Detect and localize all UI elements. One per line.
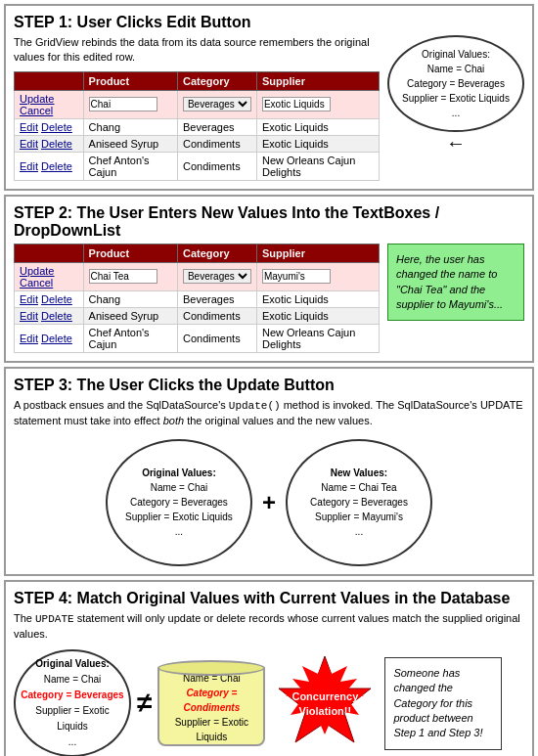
supplier-cell: Exotic Liquids: [256, 290, 379, 307]
col-header-product: [15, 71, 84, 90]
edit-actions: Update Cancel: [15, 90, 84, 118]
edit-link[interactable]: Edit: [20, 160, 38, 172]
row-actions: Edit Delete: [15, 152, 84, 180]
supplier-input[interactable]: [262, 269, 331, 284]
step4-section: STEP 4: Match Original Values with Curre…: [4, 580, 534, 756]
supplier-input-cell: [256, 262, 379, 290]
table-row: Edit Delete Chang Beverages Exotic Liqui…: [15, 118, 380, 135]
col-header-supplier: Supplier: [256, 71, 379, 90]
step3-diagram: Original Values: Name = Chai Category = …: [14, 439, 524, 566]
col-header-category: Category: [177, 244, 256, 262]
product-cell: Aniseed Syrup: [83, 307, 177, 324]
step1-bubble: Original Values: Name = Chai Category = …: [387, 35, 524, 155]
plus-icon: +: [262, 489, 276, 516]
original-values-text: Original Values: Name = Chai Category = …: [125, 466, 233, 539]
row-actions: Edit Delete: [15, 324, 84, 352]
step4-diagram: Original Values: Name = Chai Category = …: [14, 649, 524, 756]
step4-original-oval: Original Values: Name = Chai Category = …: [14, 649, 131, 756]
edit-link[interactable]: Edit: [20, 138, 38, 150]
edit-link[interactable]: Edit: [20, 310, 38, 322]
category-select[interactable]: Beverages: [183, 97, 251, 111]
product-input-cell: [83, 90, 177, 118]
table-row: Edit Delete Chef Anton's Cajun Condiment…: [15, 324, 380, 352]
category-cell: Condiments: [177, 307, 256, 324]
cancel-link[interactable]: Cancel: [20, 105, 53, 116]
step2-section: STEP 2: The User Enters New Values Into …: [4, 195, 534, 363]
category-cell: Condiments: [177, 135, 256, 152]
row-actions: Edit Delete: [15, 118, 84, 135]
supplier-cell: New Orleans Cajun Delights: [256, 324, 379, 352]
col-header-category: Category: [177, 71, 256, 90]
supplier-cell: Exotic Liquids: [256, 135, 379, 152]
product-cell: Chang: [83, 118, 177, 135]
original-values-circle: Original Values: Name = Chai Category = …: [106, 439, 252, 566]
table-row: Edit Delete Aniseed Syrup Condiments Exo…: [15, 135, 380, 152]
table-row: Update Cancel Beverages: [15, 262, 380, 290]
col-header-product-label: Product: [83, 71, 177, 90]
category-cell: Condiments: [177, 324, 256, 352]
product-input[interactable]: [89, 97, 157, 111]
category-cell: Beverages: [177, 118, 256, 135]
category-select-cell: Beverages: [177, 90, 256, 118]
delete-link[interactable]: Delete: [41, 293, 72, 305]
cancel-link[interactable]: Cancel: [20, 277, 53, 289]
step4-note-box: Someone has changed the Category for thi…: [384, 657, 502, 750]
col-header-empty: [15, 244, 84, 262]
step1-title: STEP 1: User Clicks Edit Button: [14, 14, 524, 31]
step2-table: Product Category Supplier Update Cancel: [14, 244, 380, 353]
not-equal-icon: ≠: [137, 688, 152, 719]
category-select-cell: Beverages: [177, 262, 256, 290]
edit-link[interactable]: Edit: [20, 293, 38, 305]
delete-link[interactable]: Delete: [41, 138, 72, 150]
col-header-supplier: Supplier: [256, 244, 379, 262]
supplier-input[interactable]: [262, 97, 331, 111]
edit-link[interactable]: Edit: [20, 333, 38, 344]
step1-section: STEP 1: User Clicks Edit Button The Grid…: [4, 4, 534, 191]
product-input[interactable]: [89, 269, 157, 284]
supplier-cell: Exotic Liquids: [256, 307, 379, 324]
category-select[interactable]: Beverages: [183, 269, 251, 284]
update-link[interactable]: Update: [20, 265, 54, 277]
step3-desc: A postback ensues and the SqlDataSource'…: [14, 398, 524, 429]
step4-original-text: Original Values: Name = Chai Category = …: [16, 651, 129, 755]
supplier-input-cell: [256, 90, 379, 118]
concurrency-violation-badge: ConcurrencyViolation!!: [271, 654, 379, 752]
delete-link[interactable]: Delete: [41, 121, 72, 133]
step2-title: STEP 2: The User Enters New Values Into …: [14, 204, 524, 240]
step3-title: STEP 3: The User Clicks the Update Butto…: [14, 377, 524, 394]
cylinder-body: Name = Chai Category = Condiments Suppli…: [157, 668, 265, 746]
row-actions: Edit Delete: [15, 307, 84, 324]
product-cell: Aniseed Syrup: [83, 135, 177, 152]
edit-link[interactable]: Edit: [20, 121, 38, 133]
table-row: Edit Delete Aniseed Syrup Condiments Exo…: [15, 307, 380, 324]
step2-note-box: Here, the user has changed the name to "…: [387, 244, 524, 322]
step1-table: Product Category Supplier Update Cancel: [14, 71, 380, 181]
delete-link[interactable]: Delete: [41, 310, 72, 322]
new-values-text: New Values: Name = Chai Tea Category = B…: [310, 466, 408, 539]
supplier-cell: New Orleans Cajun Delights: [256, 152, 379, 180]
supplier-cell: Exotic Liquids: [256, 118, 379, 135]
edit-actions: Update Cancel: [15, 262, 84, 290]
db-values-text: Name = Chai Category = Condiments Suppli…: [159, 666, 263, 749]
step1-desc: The GridView rebinds the data from its d…: [14, 35, 380, 66]
product-cell: Chang: [83, 290, 177, 307]
step2-note: Here, the user has changed the name to "…: [387, 244, 524, 322]
step4-desc: The UPDATE statement will only update or…: [14, 611, 524, 643]
product-input-cell: [83, 262, 177, 290]
concurrency-violation-text: ConcurrencyViolation!!: [286, 689, 364, 718]
new-values-circle: New Values: Name = Chai Tea Category = B…: [286, 439, 432, 566]
table-row: Update Cancel Beverages: [15, 90, 380, 118]
update-link[interactable]: Update: [20, 93, 54, 105]
original-values-bubble: Original Values: Name = Chai Category = …: [387, 35, 524, 132]
step1-grid-container: The GridView rebinds the data from its d…: [14, 35, 380, 181]
col-header-product: Product: [83, 244, 177, 262]
step2-grid-container: Product Category Supplier Update Cancel: [14, 244, 380, 353]
delete-link[interactable]: Delete: [41, 160, 72, 172]
step4-title: STEP 4: Match Original Values with Curre…: [14, 590, 524, 607]
product-cell: Chef Anton's Cajun: [83, 324, 177, 352]
row-actions: Edit Delete: [15, 290, 84, 307]
delete-link[interactable]: Delete: [41, 333, 72, 344]
table-row: Edit Delete Chef Anton's Cajun Condiment…: [15, 152, 380, 180]
database-cylinder: Name = Chai Category = Condiments Suppli…: [157, 660, 265, 746]
row-actions: Edit Delete: [15, 135, 84, 152]
